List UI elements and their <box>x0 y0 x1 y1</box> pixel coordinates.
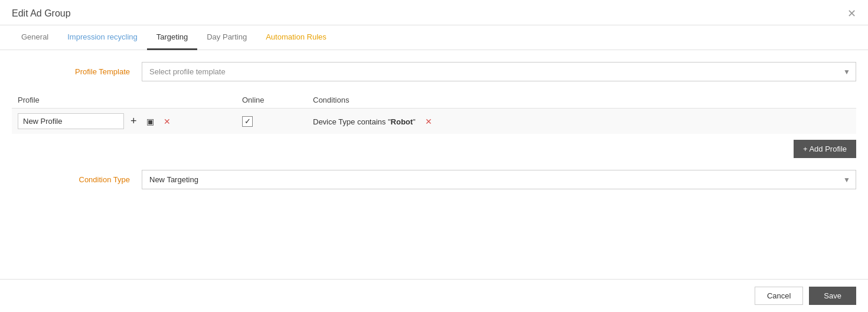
tab-targeting[interactable]: Targeting <box>147 25 197 50</box>
cancel-button[interactable]: Cancel <box>755 287 803 305</box>
profiles-table: Profile Online Conditions + ▣ <box>12 92 856 134</box>
condition-value: Robot <box>391 117 413 126</box>
delete-condition-icon: ✕ <box>425 117 432 126</box>
profile-name-cell: + ▣ ✕ <box>12 109 236 134</box>
tab-general[interactable]: General <box>12 25 58 50</box>
profile-template-row: Profile Template Select profile template… <box>12 62 856 81</box>
checkmark-icon: ✓ <box>244 117 251 126</box>
modal-body: Profile Template Select profile template… <box>0 50 868 279</box>
condition-type-select[interactable]: New Targeting <box>142 170 856 189</box>
table-row: + ▣ ✕ ✓ <box>12 109 856 134</box>
online-checkbox[interactable]: ✓ <box>242 116 253 127</box>
online-cell: ✓ <box>236 109 307 134</box>
col-header-profile: Profile <box>12 92 236 109</box>
add-condition-button[interactable]: + <box>128 114 140 129</box>
plus-icon: + <box>130 115 137 127</box>
conditions-cell: Device Type contains "Robot" ✕ <box>307 109 856 134</box>
col-header-conditions: Conditions <box>307 92 856 109</box>
condition-type-label: Condition Type <box>12 175 142 184</box>
profile-template-select[interactable]: Select profile template <box>142 62 856 81</box>
profiles-section: Profile Online Conditions + ▣ <box>12 92 856 164</box>
copy-icon: ▣ <box>146 117 154 126</box>
close-button[interactable]: ✕ <box>847 8 856 19</box>
tab-automation-rules[interactable]: Automation Rules <box>256 25 336 50</box>
modal-header: Edit Ad Group ✕ <box>0 0 868 25</box>
modal-footer: Cancel Save <box>0 279 868 312</box>
profile-template-label: Profile Template <box>12 67 142 76</box>
add-profile-row: + Add Profile <box>12 140 856 164</box>
condition-type-row: Condition Type New Targeting ▼ <box>12 170 856 189</box>
save-button[interactable]: Save <box>809 287 856 305</box>
condition-type-control: New Targeting ▼ <box>142 170 856 189</box>
condition-text: Device Type contains "Robot" <box>313 117 417 126</box>
delete-condition-button[interactable]: ✕ <box>422 115 435 128</box>
col-header-online: Online <box>236 92 307 109</box>
tab-impression-recycling[interactable]: Impression recycling <box>58 25 147 50</box>
profile-template-control: Select profile template ▼ <box>142 62 856 81</box>
modal-title: Edit Ad Group <box>12 8 71 19</box>
tab-day-parting[interactable]: Day Parting <box>197 25 256 50</box>
delete-profile-button[interactable]: ✕ <box>161 115 174 128</box>
delete-icon: ✕ <box>164 117 171 126</box>
tabs-bar: General Impression recycling Targeting D… <box>0 25 868 50</box>
profile-name-input[interactable] <box>18 113 124 129</box>
edit-ad-group-modal: Edit Ad Group ✕ General Impression recyc… <box>0 0 868 312</box>
copy-profile-button[interactable]: ▣ <box>143 115 157 128</box>
add-profile-button[interactable]: + Add Profile <box>794 140 856 158</box>
online-checkbox-container: ✓ <box>242 116 301 127</box>
